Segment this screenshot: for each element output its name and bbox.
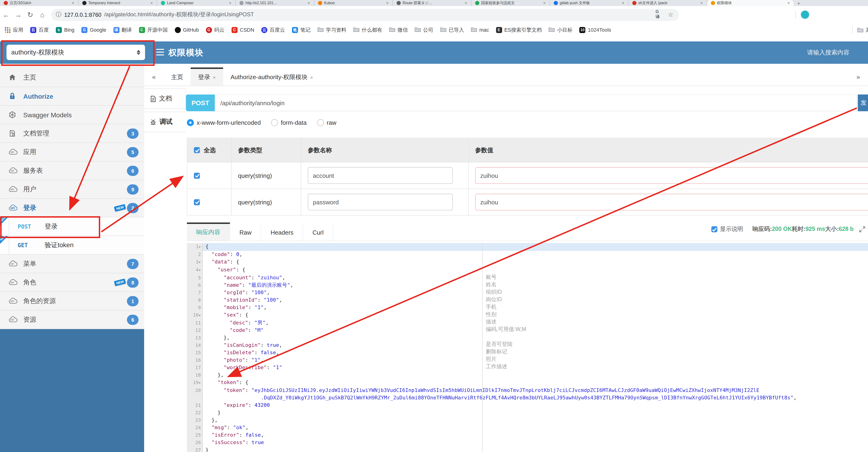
extension-icon[interactable] <box>785 11 792 18</box>
bookmark-item[interactable]: 10 1024Tools <box>580 27 611 33</box>
bookmark-star-icon[interactable]: ☆ <box>667 11 674 18</box>
sidebar-item[interactable]: API 角色的资源 1 <box>0 292 144 310</box>
search-input[interactable]: 请输入搜索内容 <box>807 49 849 57</box>
tabs-collapse-icon[interactable]: « <box>144 67 164 86</box>
bookmark-item[interactable]: 已导入 <box>440 26 464 33</box>
sidebar-item[interactable]: API 资源 6 <box>0 310 144 329</box>
tab-close-icon[interactable]: ✕ <box>787 1 790 5</box>
extension-icon[interactable] <box>774 11 781 18</box>
radio-icon[interactable] <box>317 119 324 126</box>
sidebar-item[interactable]: API 用户 9 <box>0 180 144 199</box>
bookmark-item[interactable]: 笔 笔记 <box>292 26 311 33</box>
tab-close-icon[interactable]: ✕ <box>543 1 546 5</box>
tab-close-icon[interactable]: ✕ <box>386 1 389 5</box>
response-tab[interactable]: Curl <box>303 223 333 241</box>
param-name-input[interactable]: password <box>308 194 453 210</box>
forward-icon[interactable]: → <box>12 11 24 19</box>
browser-tab[interactable]: Temporary Interacti ✕ <box>79 0 157 6</box>
home-icon[interactable]: ⌂ <box>36 11 48 19</box>
bookmark-item[interactable]: GitHub <box>175 27 199 33</box>
browser-tab[interactable]: http://e2.101.101… ✕ <box>236 0 314 6</box>
content-tab[interactable]: Authorize-authority-权限模块 × <box>223 67 320 86</box>
sidebar-item[interactable]: NEW GET 验证token <box>0 236 144 255</box>
bookmark-item[interactable]: 译 翻译 <box>113 26 132 33</box>
sidebar-item[interactable]: NEW POST 登录 <box>0 217 144 236</box>
bookmark-item[interactable]: E ES搜索引擎文档 <box>496 26 541 33</box>
tab-close-icon[interactable]: ✕ <box>700 1 703 5</box>
bookmark-item[interactable]: 公司 <box>415 26 433 33</box>
show-description-checkbox[interactable] <box>711 226 717 232</box>
sidebar-item[interactable]: Swagger Models <box>0 106 144 124</box>
browser-tab[interactable]: Kuboo ✕ <box>314 0 393 6</box>
response-tab[interactable]: Headers <box>261 223 303 241</box>
new-tab-button[interactable]: + <box>794 1 804 6</box>
browser-tab[interactable]: Land·Camposer ✕ <box>157 0 236 6</box>
param-checkbox[interactable] <box>194 172 200 178</box>
param-name-input[interactable]: account <box>308 167 453 184</box>
response-tab[interactable]: 响应内容 <box>187 223 230 241</box>
radio-icon[interactable] <box>187 119 194 126</box>
fullscreen-icon[interactable] <box>859 226 865 232</box>
sidebar-item[interactable]: API 应用 5 <box>0 143 144 162</box>
param-value-input[interactable]: zuihou <box>475 194 868 210</box>
doc-view-tab[interactable]: 调试 <box>144 112 186 132</box>
tab-close-icon[interactable]: ✕ <box>150 1 153 5</box>
reload-icon[interactable]: ↻ <box>24 10 36 19</box>
bookmark-item[interactable]: 百 百度 <box>30 26 49 33</box>
tabs-expand-icon[interactable]: » <box>848 67 868 86</box>
body-type-option[interactable]: x-www-form-urlencoded <box>187 119 261 126</box>
response-tab[interactable]: Raw <box>230 223 261 241</box>
endpoint-url-input[interactable]: /api/authority/anno/login <box>215 94 857 111</box>
sidebar-item[interactable]: API 登录 NEW 2 <box>0 199 144 217</box>
extension-icon[interactable] <box>729 11 736 18</box>
param-checkbox[interactable] <box>194 199 200 205</box>
sidebar-item[interactable]: API 服务表 6 <box>0 162 144 180</box>
extension-icon[interactable] <box>707 11 714 18</box>
radio-icon[interactable] <box>271 119 278 126</box>
extension-icon[interactable] <box>763 11 769 18</box>
send-button[interactable]: 发 <box>858 94 868 111</box>
sidebar-item[interactable]: 主页 <box>0 68 144 87</box>
other-bookmarks[interactable]: 其 <box>866 26 868 33</box>
tab-close-icon[interactable]: ✕ <box>307 1 310 5</box>
sidebar-item[interactable]: Authorize <box>0 87 144 106</box>
tab-close-icon[interactable]: × <box>213 75 216 80</box>
extension-icon[interactable] <box>751 11 758 18</box>
sidebar-item[interactable]: API 菜单 7 <box>0 255 144 273</box>
tab-close-icon[interactable]: ✕ <box>622 1 624 5</box>
browser-tab[interactable]: gitlab push 文件恢 ✕ <box>550 0 628 6</box>
profile-avatar[interactable] <box>801 10 809 19</box>
module-select[interactable]: authority-权限模块 <box>6 45 145 60</box>
bookmark-item[interactable]: 应用 <box>5 26 23 33</box>
body-type-option[interactable]: raw <box>317 119 336 126</box>
content-tab[interactable]: 登录 × <box>191 67 223 86</box>
bookmark-item[interactable]: 小目标 <box>549 26 572 33</box>
info-icon[interactable]: ⓘ <box>56 11 61 19</box>
browser-tab[interactable]: 权限模块 ✕ <box>707 0 794 6</box>
extension-icon[interactable] <box>695 11 703 18</box>
bookmark-item[interactable]: 什么都有 <box>353 26 382 33</box>
back-icon[interactable]: ← <box>0 11 12 19</box>
extension-icon[interactable] <box>740 11 747 18</box>
sidebar-item[interactable]: API 角色 NEW 8 <box>0 273 144 292</box>
bookmark-item[interactable]: 学习资料 <box>317 26 346 33</box>
address-bar[interactable]: ⓘ 127.0.0.1:8760 /api/gate/doc.html#/aut… <box>51 9 679 21</box>
tab-close-icon[interactable]: ✕ <box>464 1 467 5</box>
tab-close-icon[interactable]: ✕ <box>71 1 74 5</box>
body-type-option[interactable]: form-data <box>271 119 307 126</box>
browser-tab[interactable]: 注言/32Gdch ✕ <box>0 0 79 6</box>
tab-close-icon[interactable]: × <box>310 75 313 80</box>
bookmark-item[interactable]: G Google <box>81 27 106 33</box>
browser-tab[interactable]: 国家税收参与流程文 ✕ <box>471 0 550 6</box>
json-code[interactable]: 1▾{2"code": 0,3▾"data": {4▾"user": {5"ac… <box>187 243 868 452</box>
menu-toggle-icon[interactable] <box>156 49 164 55</box>
bookmark-item[interactable]: 微信 <box>389 26 408 33</box>
extension-icon[interactable] <box>718 11 725 18</box>
bookmark-item[interactable]: b Bing <box>56 27 74 33</box>
browser-tab[interactable]: Route 部署タジ… ✕ <box>393 0 471 6</box>
bookmark-item[interactable]: 云 百度云 <box>261 26 285 33</box>
select-all-checkbox[interactable] <box>194 147 200 153</box>
param-value-input[interactable]: zuihou <box>475 167 868 184</box>
browser-tab[interactable]: sh文件进入 (pack ✕ <box>628 0 707 6</box>
extension-icon[interactable] <box>684 11 691 18</box>
